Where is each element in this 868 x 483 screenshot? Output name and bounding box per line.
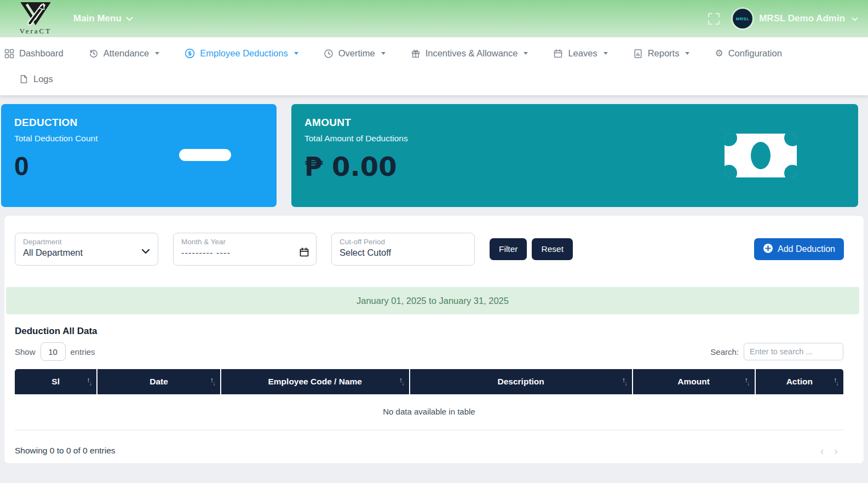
nav-row-2: Logs [19, 74, 868, 84]
calendar-picker-icon[interactable] [300, 248, 309, 259]
search-group: Search: [710, 343, 843, 360]
sort-icon: ↑↓ [210, 378, 216, 385]
main-menu-label: Main Menu [73, 13, 122, 24]
sort-icon: ↑↓ [745, 378, 750, 385]
empty-message: No data available in table [15, 394, 843, 430]
show-entries-group: Show entries [15, 342, 95, 361]
chevron-down-icon [852, 14, 858, 24]
nav-item-overtime[interactable]: Overtime [311, 48, 398, 59]
pagination: ‹ › [820, 445, 838, 456]
card-title: DEDUCTION [14, 117, 277, 129]
topbar-right-group: MRSL MRSL Demo Admin [707, 0, 858, 37]
user-menu-button[interactable]: MRSL MRSL Demo Admin [733, 9, 858, 28]
avatar-text: MRSL [736, 16, 750, 21]
caret-down-icon [155, 52, 159, 55]
show-label: Show [15, 347, 36, 357]
nav-label: Incentives & Allowance [426, 48, 518, 59]
amount-summary-card: AMOUNT Total Amount of Deductions ₱ 0.00 [291, 104, 858, 207]
reset-button[interactable]: Reset [532, 238, 573, 260]
caret-down-icon [685, 52, 689, 55]
chevron-left-icon[interactable]: ‹ [820, 445, 824, 456]
card-subtitle: Total Deduction Count [14, 134, 277, 143]
table-header-row: Sl↑↓ Date↑↓ Employee Code / Name↑↓ Descr… [15, 369, 843, 394]
cutoff-period-select[interactable]: Cut-off Period Select Cutoff [331, 233, 475, 266]
nav-label: Dashboard [19, 48, 64, 59]
filter-button[interactable]: Filter [490, 238, 527, 260]
clock-icon [324, 49, 334, 59]
top-header-bar: VeraCT Main Menu MRSL MRSL Demo Admin [0, 0, 868, 37]
column-header-description[interactable]: Description↑↓ [410, 369, 633, 394]
nav-label: Employee Deductions [200, 48, 288, 59]
deductions-table: Sl↑↓ Date↑↓ Employee Code / Name↑↓ Descr… [15, 369, 843, 430]
table-title: Deduction All Data [15, 326, 864, 337]
caret-down-icon [603, 52, 608, 55]
entries-per-page-input[interactable] [41, 342, 66, 361]
deductions-table-wrap: Sl↑↓ Date↑↓ Employee Code / Name↑↓ Descr… [15, 369, 843, 430]
sort-icon: ↑↓ [87, 378, 92, 385]
month-year-label: Month & Year [181, 238, 308, 246]
nav-item-reports[interactable]: Reports [620, 48, 703, 59]
sort-icon: ↑↓ [833, 378, 839, 385]
caret-down-icon [524, 52, 528, 55]
column-header-amount[interactable]: Amount↑↓ [633, 369, 756, 394]
entries-label: entries [71, 347, 95, 357]
cutoff-label: Cut-off Period [340, 238, 467, 246]
dash-pill-icon [179, 149, 231, 161]
user-name: MRSL Demo Admin [759, 13, 845, 24]
brand-name: VeraCT [20, 27, 51, 36]
add-deduction-label: Add Deduction [778, 244, 835, 254]
add-deduction-button[interactable]: Add Deduction [754, 238, 844, 260]
card-title: AMOUNT [304, 117, 858, 129]
brand-logo: VeraCT [12, 2, 59, 36]
gift-icon [411, 49, 421, 59]
caret-down-icon [294, 52, 298, 55]
caret-down-icon [381, 52, 386, 55]
nav-label: Reports [648, 48, 680, 59]
column-header-sl[interactable]: Sl↑↓ [15, 369, 97, 394]
plus-circle-icon [763, 243, 773, 256]
entries-summary: Showing 0 to 0 of 0 entries [15, 446, 116, 456]
peso-circle-icon: $ [185, 48, 195, 59]
main-menu-button[interactable]: Main Menu [73, 13, 133, 24]
main-navigation: Dashboard Attendance $ Employee Deductio… [0, 37, 868, 95]
gear-icon: ⚙ [715, 49, 723, 58]
chevron-down-icon [126, 13, 133, 24]
deductions-panel: Department All Department Month & Year -… [4, 216, 864, 463]
svg-text:$: $ [188, 50, 192, 56]
column-header-employee[interactable]: Employee Code / Name↑↓ [221, 369, 410, 394]
column-header-action[interactable]: Action↑↓ [756, 369, 843, 394]
chevron-down-icon [141, 246, 150, 256]
date-range-banner: January 01, 2025 to January 31, 2025 [6, 287, 859, 314]
nav-item-dashboard[interactable]: Dashboard [3, 48, 76, 59]
column-header-date[interactable]: Date↑↓ [97, 369, 221, 394]
date-range-text: January 01, 2025 to January 31, 2025 [357, 296, 509, 306]
department-label: Department [23, 238, 150, 246]
fullscreen-icon[interactable] [707, 12, 721, 26]
nav-item-configuration[interactable]: ⚙ Configuration [702, 48, 794, 59]
report-document-icon [633, 49, 643, 59]
month-year-input[interactable]: Month & Year --------- ---- [173, 233, 317, 266]
department-select[interactable]: Department All Department [15, 233, 158, 266]
month-year-value: --------- ---- [181, 248, 308, 258]
search-input[interactable] [744, 343, 843, 360]
deduction-summary-card: DEDUCTION Total Deduction Count 0 [1, 104, 277, 207]
history-clock-icon [89, 49, 99, 59]
empty-row: No data available in table [15, 394, 843, 430]
nav-item-incentives-allowance[interactable]: Incentives & Allowance [398, 48, 541, 59]
chevron-right-icon[interactable]: › [834, 445, 838, 456]
nav-label: Configuration [728, 48, 782, 59]
cutoff-value: Select Cutoff [340, 248, 467, 258]
sort-icon: ↑↓ [399, 378, 405, 385]
nav-label: Logs [33, 74, 53, 84]
nav-label: Overtime [338, 48, 375, 59]
nav-item-employee-deductions[interactable]: $ Employee Deductions [172, 48, 311, 59]
nav-item-leaves[interactable]: Leaves [541, 48, 620, 59]
grid-icon [4, 49, 14, 59]
sort-icon: ↑↓ [622, 378, 628, 385]
veract-logo-icon [20, 2, 51, 28]
deduction-count-value: 0 [14, 153, 277, 180]
nav-label: Attendance [104, 48, 149, 59]
nav-item-logs[interactable]: Logs [19, 74, 66, 84]
summary-cards-row: DEDUCTION Total Deduction Count 0 AMOUNT… [1, 104, 858, 207]
nav-item-attendance[interactable]: Attendance [76, 48, 172, 59]
